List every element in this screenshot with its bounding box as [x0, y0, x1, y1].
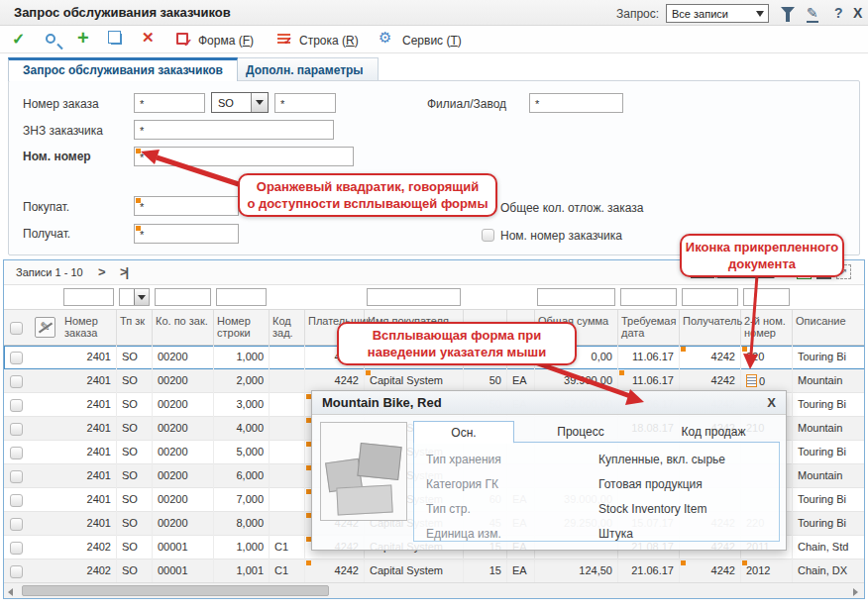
ok-icon[interactable]: ✓ [12, 30, 25, 50]
copy-icon[interactable] [111, 34, 122, 45]
grid-cell-order: 2401 [61, 346, 117, 369]
row-checkbox[interactable] [10, 494, 23, 507]
grid-cell-ko: 00200 [153, 369, 214, 393]
grid-cell-order: 2401 [61, 512, 117, 536]
row-checkbox[interactable] [10, 423, 23, 436]
item-number-input[interactable]: * [134, 147, 354, 166]
grid-cell-desc: Touring Bi [793, 512, 865, 536]
main-toolbar: ✓ + ✕ Форма (F) Строка (R) ⚙ Сервис (T) [0, 27, 868, 53]
query-select[interactable]: Все записи [666, 4, 769, 23]
query-label: Запрос: [616, 7, 659, 21]
customer-po-label: ЗНЗ заказчика [23, 124, 103, 138]
select-all-checkbox[interactable] [10, 322, 23, 335]
grid-cell-desc: Mountain [793, 464, 865, 488]
filter-input-line[interactable] [216, 288, 267, 306]
row-checkbox[interactable] [10, 542, 23, 555]
order-number-input-2[interactable]: * [274, 93, 336, 113]
popup-field-label: Единица изм. [426, 527, 501, 541]
row-menu[interactable]: Строка (R) [299, 34, 359, 48]
row-checkbox[interactable] [10, 470, 23, 483]
popup-tab-process[interactable]: Процесс [514, 421, 647, 443]
grid-cell-desc: Touring Bi [793, 441, 865, 464]
popup-close-icon[interactable]: X [767, 395, 776, 410]
grid-cell-kod [270, 464, 305, 488]
scroll-right-icon[interactable] [853, 588, 858, 596]
popup-tab-sales-code[interactable]: Код продаж [647, 421, 780, 443]
order-type-select[interactable]: SO [211, 92, 269, 113]
form-menu[interactable]: Форма (F) [198, 34, 254, 48]
close-icon[interactable]: X [853, 5, 862, 21]
sold-to-input[interactable]: * [134, 196, 239, 216]
column-header-ko[interactable]: Ко. по зак. [153, 310, 214, 346]
popup-field-value: Штука [598, 527, 633, 541]
grid-cell-desc: Mountain [793, 369, 865, 393]
tab-additional-parameters[interactable]: Дополн. параметры [231, 57, 379, 81]
row-checkbox[interactable] [10, 447, 23, 459]
column-header-kod[interactable]: Код зад. [270, 310, 305, 346]
add-icon[interactable]: + [77, 27, 89, 47]
edit-icon[interactable]: ✎ [807, 5, 818, 23]
filter-icon[interactable] [781, 7, 795, 15]
grid-cell-desc: Chain, Std [793, 536, 865, 559]
grid-cell-line: 4,000 [214, 417, 270, 441]
row-checkbox[interactable] [10, 375, 23, 388]
row-checkbox[interactable] [10, 565, 23, 578]
row-checkbox[interactable] [10, 399, 23, 412]
column-header-tp[interactable]: Тп зк [117, 310, 153, 346]
search-icon[interactable] [46, 34, 55, 44]
grid-cell-line: 1,000 [214, 536, 270, 559]
grid-cell-line: 5,000 [214, 441, 270, 464]
popup-field-value: Stock Inventory Item [598, 502, 706, 516]
row-menu-icon[interactable] [277, 34, 290, 44]
grid-cell-ko: 00200 [153, 441, 214, 464]
callout-text: наведении указателя мыши [339, 344, 575, 360]
grid-cell-item2: 2012 [741, 559, 793, 583]
tools-menu[interactable]: Сервис (T) [402, 34, 462, 48]
grid-cell-line: 8,000 [214, 512, 270, 536]
filter-input-date[interactable] [620, 288, 677, 306]
next-page-icon[interactable]: > [98, 264, 106, 279]
grid-cell-order: 2401 [61, 417, 117, 441]
grid-cell-kod [270, 346, 305, 369]
grid-cell-order: 2402 [61, 536, 117, 559]
column-header-date[interactable]: Требуемая дата [618, 310, 680, 346]
branch-plant-input[interactable]: * [529, 93, 623, 113]
order-number-input[interactable]: * [134, 93, 205, 113]
page-title: Запрос обслуживания заказчиков [14, 5, 231, 20]
customer-item-checkbox[interactable] [482, 229, 494, 242]
column-header-order[interactable]: Номер заказа [61, 310, 117, 346]
tab-customer-service-inquiry[interactable]: Запрос обслуживания заказчиков [8, 57, 238, 81]
grid-cell-tp: SO [117, 417, 153, 441]
filter-input-recip[interactable] [682, 288, 738, 306]
gear-icon[interactable]: ⚙ [379, 29, 391, 49]
grid-cell-ea: EA [507, 559, 535, 583]
scroll-left-icon[interactable] [8, 588, 13, 596]
grid-cell-desc: Chain, DX [793, 559, 865, 583]
column-header-desc[interactable]: Описание [793, 310, 865, 346]
row-checkbox[interactable] [10, 518, 23, 531]
filter-input-ko[interactable] [155, 288, 211, 306]
column-header-recip[interactable]: Получатель [680, 310, 741, 346]
scrollbar-thumb[interactable] [22, 585, 329, 596]
column-header-line[interactable]: Номер строки [214, 310, 270, 346]
ship-to-input[interactable]: * [134, 224, 239, 244]
grid-cell-date: 11.06.17 [618, 346, 680, 369]
filter-input-tp[interactable] [119, 288, 150, 306]
filter-input-order[interactable] [63, 288, 114, 306]
grid-cell-tp: SO [117, 488, 153, 512]
filter-input-item2[interactable] [743, 288, 790, 306]
grid-cell-kod [270, 488, 305, 512]
help-icon[interactable]: ? [834, 5, 843, 21]
last-page-icon[interactable]: >| [120, 264, 127, 279]
attachment-icon[interactable] [746, 374, 757, 387]
customer-po-input[interactable]: * [134, 120, 334, 140]
horizontal-scrollbar[interactable] [4, 582, 864, 598]
filter-input-total[interactable] [537, 288, 615, 306]
column-header-item2[interactable]: 2-й ном. номер [741, 310, 793, 346]
table-row[interactable]: 2402SO000011,001C14242Capital System15EA… [4, 559, 865, 583]
delete-icon[interactable]: ✕ [142, 29, 155, 49]
form-menu-icon[interactable] [176, 33, 188, 45]
row-checkbox[interactable] [10, 352, 23, 364]
popup-tab-basic[interactable]: Осн. [413, 421, 514, 444]
filter-input-name[interactable] [367, 288, 461, 306]
